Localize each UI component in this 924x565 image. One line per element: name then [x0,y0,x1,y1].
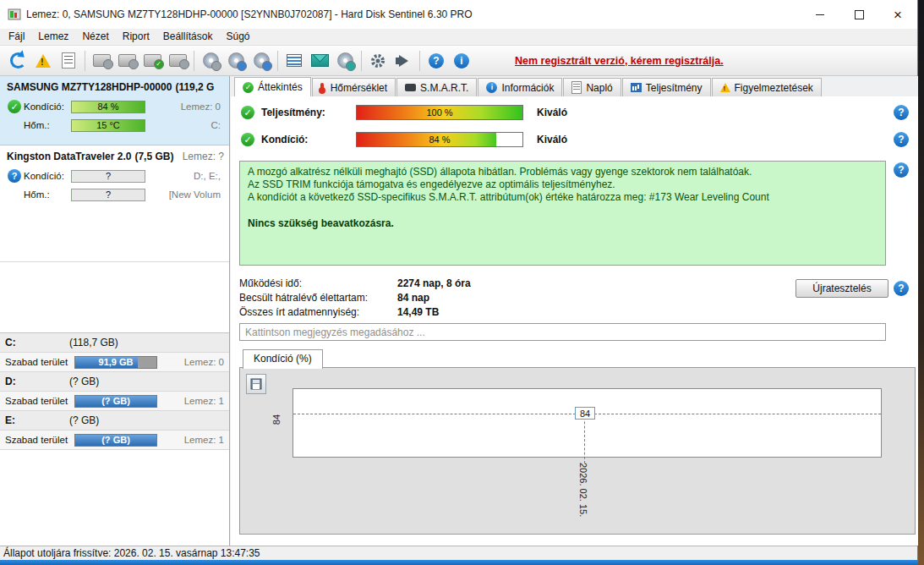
free-space-label: Szabad terület [5,435,74,445]
panel-icon[interactable] [282,49,307,73]
save-chart-icon[interactable] [246,374,266,394]
performance-bar: 100 % [356,105,523,120]
stat-row-written: Összes írt adatmennyiség: 14,49 TB [239,304,471,319]
minimize-button[interactable] [801,0,839,29]
condition-row: Kondíció: ? D:, E:, [5,167,224,185]
main-panel: Áttekintés Hőmérséklet S.M.A.R.T. Inform… [231,76,918,546]
performance-row: Teljesítmény: 100 % Kiváló [241,105,567,120]
tab-alerts[interactable]: Figyelmeztetések [712,78,822,96]
partition-header-d[interactable]: D: (? GB) [0,372,229,392]
help-icon[interactable] [894,281,909,296]
tab-temperature[interactable]: Hőmérséklet [312,78,396,96]
disk-number: Lemez: 0 [181,101,221,112]
menubar: Fájl Lemez Nézet Riport Beállítások Súgó [0,29,917,45]
menu-file[interactable]: Fájl [2,29,31,45]
app-icon [8,8,21,21]
toolbar-separator [361,51,362,71]
stat-label: Összes írt adatmennyiség: [239,306,397,318]
toolbar-separator [277,51,278,71]
help-icon[interactable] [894,162,909,178]
chart-tab-condition[interactable]: Kondíció (%) [243,349,323,369]
chart-gridline-vertical [584,413,585,464]
tab-overview[interactable]: Áttekintés [234,77,311,97]
disk-title: Kingston DataTraveler 2.0 (7,5 GB) Lemez… [7,151,224,162]
disk-item-samsung[interactable]: SAMSUNG MZ7TY128HDHP-00000 (119,2 G Kond… [0,76,229,145]
tab-performance[interactable]: Teljesítmény [622,78,711,96]
drive-letters: D:, E:, [194,171,221,181]
partition-disk-number: Lemez: 1 [184,396,224,406]
removable-eject-icon[interactable] [198,49,223,73]
disk-undo-icon[interactable] [89,49,114,73]
warning-page-icon [720,83,730,92]
close-button[interactable] [878,0,917,29]
tab-label: S.M.A.R.T. [420,82,468,94]
information-icon[interactable] [449,49,474,73]
disk-accept-icon[interactable] [139,49,165,73]
sound-alert-icon[interactable] [332,49,358,73]
stat-label: Működési idő: [239,277,397,289]
menu-disk[interactable]: Lemez [31,29,75,45]
disk-item-kingston[interactable]: Kingston DataTraveler 2.0 (7,5 GB) Lemez… [0,145,229,262]
chart-point-label: 84 [575,407,595,420]
free-space-bar: (? GB) [74,434,157,447]
condition-history-chart: 84 84 2026. 02. 15. [239,367,916,535]
performance-label: Teljesítmény: [261,107,356,118]
partition-disk-number: Lemez: 0 [184,357,224,367]
comment-input[interactable] [239,323,886,341]
temperature-label: Hőm.: [24,120,71,130]
partition-free-c: Szabad terület 91,9 GB Lemez: 0 [0,353,229,372]
retest-button[interactable]: Újratesztelés [796,279,888,298]
register-link[interactable]: Nem regisztrált verzió, kérem regisztrál… [515,55,724,67]
help-icon[interactable] [894,132,909,147]
menu-view[interactable]: Nézet [75,29,115,45]
tab-smart[interactable]: S.M.A.R.T. [396,78,477,96]
settings-gear-icon[interactable] [365,49,391,73]
toolbar-separator [85,51,85,71]
disk-name: Kingston DataTraveler 2.0 [7,151,131,162]
help-icon[interactable] [424,49,449,73]
warning-status-icon[interactable] [30,49,56,73]
desktop-background-strip [0,560,918,565]
health-text-line: A kondíciót a következő SSD-specifikus S… [248,191,878,204]
condition-bar: ? [71,170,145,183]
stat-value: 2274 nap, 8 óra [397,277,471,289]
toolbar-separator [419,51,420,71]
disk-tools-icon[interactable] [249,49,274,73]
health-ok-icon [241,106,254,119]
stat-value: 14,49 TB [397,306,439,318]
menu-report[interactable]: Riport [116,29,156,45]
partition-letter: D: [5,376,69,387]
partition-header-e[interactable]: E: (? GB) [0,411,229,431]
free-space-label: Szabad terület [5,396,74,406]
menu-help[interactable]: Súgó [219,29,256,45]
tab-log[interactable]: Napló [563,78,621,96]
tab-label: Figyelmeztetések [735,82,813,94]
disk-test-icon[interactable] [165,49,190,73]
acoustic-icon[interactable] [391,49,416,73]
free-space-label: Szabad terület [5,357,74,367]
refresh-icon[interactable] [5,49,30,73]
tab-label: Napló [586,82,612,94]
temperature-label: Hőm.: [24,189,71,200]
menu-settings[interactable]: Beállítások [156,29,220,45]
help-icon[interactable] [894,105,909,120]
partition-size: (118,7 GB) [69,337,162,348]
disk-number: Lemez: ? [183,151,224,162]
health-ok-icon [241,133,254,146]
disk-remove-icon[interactable] [114,49,139,73]
disk-title: SAMSUNG MZ7TY128HDHP-00000 (119,2 G [7,81,224,93]
partition-list: C: (118,7 GB) Szabad terület 91,9 GB Lem… [0,332,229,450]
health-text-line: Az SSD TRIM funkciója támogatva és enged… [248,178,878,191]
tab-information[interactable]: Információk [478,78,562,96]
partition-free-d: Szabad terület (? GB) Lemez: 1 [0,392,229,411]
condition-label: Kondíció: [24,171,71,181]
condition-row: Kondíció: 84 % Kiváló [241,132,567,147]
maximize-icon [855,10,864,19]
maximize-button[interactable] [839,0,878,29]
report-icon[interactable] [56,49,81,73]
stat-row-powerontime: Működési idő: 2274 nap, 8 óra [239,276,471,290]
email-alert-icon[interactable] [307,49,332,73]
disk-settings-icon[interactable] [223,49,249,73]
toolbar-separator [194,51,194,71]
partition-header-c[interactable]: C: (118,7 GB) [0,333,229,353]
